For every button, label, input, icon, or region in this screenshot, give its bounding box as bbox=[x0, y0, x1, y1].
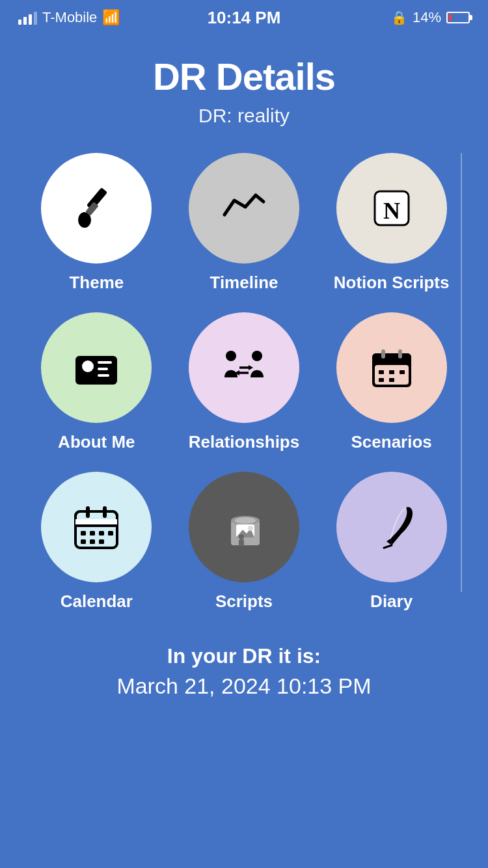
theme-label: Theme bbox=[69, 273, 124, 293]
svg-point-46 bbox=[239, 534, 244, 539]
svg-marker-13 bbox=[249, 365, 253, 370]
grid-container: Theme Timeline N Notion Scripts bbox=[0, 127, 488, 612]
svg-point-45 bbox=[248, 526, 253, 531]
lock-icon: 🔒 bbox=[391, 10, 407, 25]
footer: In your DR it is: March 21, 2024 10:13 P… bbox=[116, 644, 371, 718]
grid-row-1: Theme Timeline N Notion Scripts bbox=[26, 153, 462, 293]
svg-rect-8 bbox=[98, 368, 108, 370]
calendar-icon-circle bbox=[41, 472, 152, 582]
footer-datetime: March 21, 2024 10:13 PM bbox=[116, 673, 371, 699]
calendar-icon bbox=[70, 501, 122, 553]
svg-rect-37 bbox=[81, 539, 86, 544]
grid-row-2: About Me bbox=[26, 312, 462, 452]
grid-item-diary[interactable]: Diary bbox=[330, 472, 454, 612]
svg-rect-21 bbox=[389, 370, 394, 374]
timeline-icon-circle bbox=[189, 153, 299, 264]
notion-icon-circle: N bbox=[336, 153, 447, 264]
svg-rect-18 bbox=[372, 360, 411, 365]
battery-fill bbox=[449, 14, 452, 21]
grid-item-scenarios[interactable]: Scenarios bbox=[330, 312, 454, 452]
feather-icon bbox=[366, 501, 418, 553]
grid-item-scripts[interactable]: Scripts bbox=[182, 472, 306, 612]
svg-rect-7 bbox=[98, 361, 112, 364]
relationships-icon-circle bbox=[189, 312, 299, 423]
status-bar: T-Mobile 📶 10:14 PM 🔒 14% bbox=[0, 0, 488, 35]
grid-item-relationships[interactable]: Relationships bbox=[182, 312, 306, 452]
paintbrush-icon bbox=[70, 182, 122, 234]
diary-label: Diary bbox=[370, 591, 413, 612]
scripts-label: Scripts bbox=[215, 591, 273, 612]
svg-rect-9 bbox=[98, 374, 109, 377]
svg-point-11 bbox=[252, 351, 262, 361]
svg-rect-38 bbox=[90, 539, 95, 544]
footer-label: In your DR it is: bbox=[116, 644, 371, 668]
scripts-icon bbox=[218, 501, 270, 553]
grid-item-aboutme[interactable]: About Me bbox=[34, 312, 158, 452]
svg-rect-23 bbox=[379, 378, 384, 382]
svg-rect-47 bbox=[239, 539, 244, 546]
aboutme-label: About Me bbox=[58, 432, 135, 452]
wifi-icon: 📶 bbox=[102, 9, 120, 26]
scenarios-label: Scenarios bbox=[351, 432, 431, 452]
svg-rect-31 bbox=[86, 506, 90, 518]
page-title: DR Details bbox=[153, 55, 335, 98]
relationships-label: Relationships bbox=[189, 432, 299, 452]
svg-rect-25 bbox=[381, 349, 385, 359]
status-time: 10:14 PM bbox=[208, 8, 281, 28]
svg-line-48 bbox=[384, 545, 392, 548]
svg-rect-32 bbox=[103, 506, 107, 518]
aboutme-icon-circle bbox=[41, 312, 152, 423]
diary-icon-circle bbox=[336, 472, 447, 582]
scenarios-icon-circle bbox=[336, 312, 447, 423]
svg-rect-22 bbox=[400, 370, 405, 374]
grid-item-theme[interactable]: Theme bbox=[34, 153, 158, 293]
calendar-label: Calendar bbox=[61, 591, 133, 612]
id-card-icon bbox=[70, 342, 122, 394]
timeline-icon bbox=[218, 182, 270, 234]
battery-icon bbox=[446, 12, 470, 23]
svg-rect-36 bbox=[108, 531, 113, 536]
svg-rect-33 bbox=[81, 531, 86, 536]
svg-rect-24 bbox=[389, 378, 394, 382]
scripts-icon-circle bbox=[189, 472, 299, 582]
grid-row-3: Calendar bbox=[26, 472, 462, 612]
svg-point-6 bbox=[82, 360, 94, 372]
svg-rect-5 bbox=[75, 356, 117, 385]
svg-rect-26 bbox=[398, 349, 402, 359]
svg-point-10 bbox=[226, 351, 236, 361]
calendar-check-icon bbox=[366, 342, 418, 394]
status-left: T-Mobile 📶 bbox=[18, 9, 120, 26]
signal-bars-icon bbox=[18, 10, 37, 25]
relationships-icon bbox=[218, 342, 270, 394]
timeline-label: Timeline bbox=[210, 273, 278, 293]
svg-point-42 bbox=[235, 517, 256, 524]
notion-icon: N bbox=[366, 182, 418, 234]
svg-rect-35 bbox=[99, 531, 104, 536]
grid-item-calendar[interactable]: Calendar bbox=[34, 472, 158, 612]
theme-icon-circle bbox=[41, 153, 152, 264]
battery-percent: 14% bbox=[413, 9, 441, 26]
carrier-label: T-Mobile bbox=[42, 9, 97, 26]
grid-item-notion[interactable]: N Notion Scripts bbox=[330, 153, 454, 293]
svg-rect-39 bbox=[99, 539, 104, 544]
svg-rect-34 bbox=[90, 531, 95, 536]
notion-label: Notion Scripts bbox=[334, 273, 450, 293]
page-subtitle: DR: reality bbox=[198, 105, 290, 127]
grid-item-timeline[interactable]: Timeline bbox=[182, 153, 306, 293]
status-right: 🔒 14% bbox=[391, 9, 470, 26]
svg-rect-20 bbox=[379, 370, 384, 374]
svg-text:N: N bbox=[383, 198, 400, 224]
